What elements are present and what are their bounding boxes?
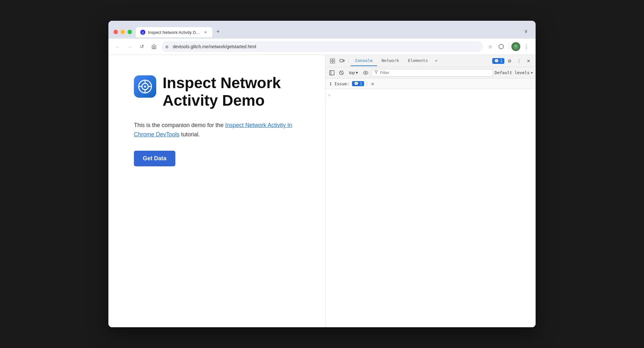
content-area: Inspect Network Activity Demo This is th… xyxy=(108,55,536,327)
browser-window: g Inspect Network Activity Dem ✕ + ∨ ← →… xyxy=(108,21,536,327)
maximize-button[interactable] xyxy=(128,30,132,34)
devtools-panel: Console Network Elements » 💬 1 xyxy=(325,55,536,327)
active-tab[interactable]: g Inspect Network Activity Dem ✕ xyxy=(136,27,212,37)
default-levels-label: Default levels xyxy=(495,70,530,75)
live-expressions-button[interactable] xyxy=(362,69,370,77)
address-text: devtools.glitch.me/network/getstarted.ht… xyxy=(173,44,256,49)
default-levels-selector[interactable]: Default levels ▾ xyxy=(495,70,533,75)
page-logo xyxy=(134,75,156,98)
console-body: › xyxy=(326,89,536,327)
tabs-area: g Inspect Network Activity Dem ✕ + ∨ xyxy=(136,26,531,37)
issues-badge-number: 1 xyxy=(360,81,362,86)
description-prefix: This is the companion demo for the xyxy=(134,122,225,128)
window-menu-button[interactable]: ∨ xyxy=(522,26,531,35)
back-button[interactable]: ← xyxy=(113,42,122,51)
page-description: This is the companion demo for the Inspe… xyxy=(134,121,300,139)
issues-bar: 1 Issue: 💬 1 ⚙ xyxy=(326,79,536,89)
nav-separator xyxy=(509,43,509,50)
svg-line-16 xyxy=(340,72,343,74)
page-header: Inspect Network Activity Demo xyxy=(134,74,300,109)
issues-badge-count: 1 xyxy=(500,59,502,63)
home-button[interactable] xyxy=(149,42,159,51)
console-clear-button[interactable] xyxy=(338,69,345,77)
forward-button[interactable]: → xyxy=(125,42,135,51)
user-avatar[interactable] xyxy=(511,42,520,51)
console-toolbar: top ▾ xyxy=(326,67,536,79)
issues-count-badge[interactable]: 💬 1 xyxy=(352,81,364,86)
description-suffix: tutorial. xyxy=(179,131,200,138)
console-tab[interactable]: Console xyxy=(351,56,377,66)
svg-point-17 xyxy=(365,72,366,73)
console-sidebar-button[interactable] xyxy=(328,69,336,77)
chrome-menu-button[interactable]: ⋮ xyxy=(522,42,531,51)
nav-right-buttons: ☆ ⋮ xyxy=(486,42,531,51)
bookmark-button[interactable]: ☆ xyxy=(486,42,495,51)
network-tab[interactable]: Network xyxy=(377,56,404,66)
issues-separator xyxy=(367,81,367,86)
address-bar[interactable]: ⊕ devtools.glitch.me/network/getstarted.… xyxy=(161,41,483,52)
devtools-tabs: Console Network Elements » xyxy=(351,56,440,66)
svg-rect-7 xyxy=(330,59,332,61)
chevron-down-icon: ▾ xyxy=(356,70,358,75)
page-title: Inspect Network Activity Demo xyxy=(163,74,300,109)
devtools-top-toolbar: Console Network Elements » 💬 1 xyxy=(326,55,536,67)
close-button[interactable] xyxy=(113,30,118,34)
context-label: top xyxy=(349,70,355,75)
svg-rect-9 xyxy=(330,61,332,63)
new-tab-button[interactable]: + xyxy=(214,27,223,36)
elements-tab[interactable]: Elements xyxy=(404,56,433,66)
tab-title: Inspect Network Activity Dem xyxy=(148,30,200,35)
tab-favicon: g xyxy=(140,30,145,35)
devtools-select-icon[interactable] xyxy=(328,57,337,65)
devtools-separator-1 xyxy=(348,58,349,64)
minimize-button[interactable] xyxy=(121,30,125,34)
get-data-button[interactable]: Get Data xyxy=(134,151,175,166)
devtools-settings-button[interactable]: ⚙ xyxy=(505,57,514,65)
devtools-close-button[interactable]: ✕ xyxy=(524,57,533,65)
tab-close-button[interactable]: ✕ xyxy=(203,30,208,35)
issues-label: 1 Issue: xyxy=(329,81,349,86)
extensions-button[interactable] xyxy=(496,42,506,51)
issues-badge-icon: 💬 xyxy=(494,59,499,63)
window-controls xyxy=(113,30,132,34)
svg-rect-13 xyxy=(330,71,334,75)
devtools-more-button[interactable]: ⋮ xyxy=(515,57,523,65)
tabs-overflow-button[interactable]: » xyxy=(432,56,440,66)
default-levels-chevron: ▾ xyxy=(531,70,533,75)
filter-input[interactable] xyxy=(380,70,490,75)
issues-settings-button[interactable]: ⚙ xyxy=(370,80,376,87)
console-expand-chevron[interactable]: › xyxy=(328,93,330,97)
address-icon: ⊕ xyxy=(165,44,169,49)
devtools-device-icon[interactable] xyxy=(338,57,347,65)
devtools-right-icons: 💬 1 ⚙ ⋮ ✕ xyxy=(491,57,533,65)
context-selector[interactable]: top ▾ xyxy=(347,70,360,76)
title-bar: g Inspect Network Activity Dem ✕ + ∨ xyxy=(108,21,536,39)
filter-area[interactable] xyxy=(371,69,493,77)
issues-badge[interactable]: 💬 1 xyxy=(492,58,504,64)
svg-rect-12 xyxy=(343,60,344,61)
webpage-content: Inspect Network Activity Demo This is th… xyxy=(108,55,325,327)
nav-bar: ← → ↺ ⊕ devtools.glitch.me/network/getst… xyxy=(108,39,536,55)
svg-rect-8 xyxy=(333,59,335,61)
reload-button[interactable]: ↺ xyxy=(137,42,147,51)
svg-point-2 xyxy=(144,86,146,87)
issues-badge-chat-icon: 💬 xyxy=(354,81,359,86)
filter-icon xyxy=(374,70,378,75)
svg-rect-11 xyxy=(340,59,343,62)
svg-marker-18 xyxy=(375,71,378,74)
svg-rect-10 xyxy=(333,61,335,63)
